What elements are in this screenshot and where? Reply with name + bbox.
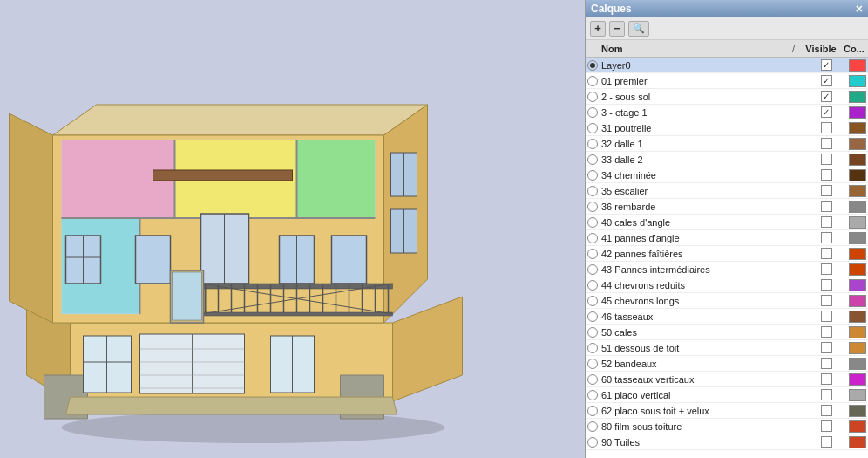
- layer-row[interactable]: 01 premier: [586, 73, 868, 89]
- visibility-checkbox[interactable]: [821, 311, 832, 322]
- layer-color-swatch[interactable]: [849, 263, 866, 276]
- visibility-checkbox[interactable]: [821, 326, 832, 338]
- layer-radio[interactable]: [587, 139, 598, 149]
- layer-radio[interactable]: [587, 437, 598, 448]
- layer-row[interactable]: 42 pannes faîtières: [586, 246, 868, 262]
- visibility-checkbox[interactable]: [821, 342, 832, 353]
- layer-row[interactable]: 32 dalle 1: [586, 136, 868, 152]
- layer-radio[interactable]: [587, 92, 598, 102]
- layer-color-swatch[interactable]: [849, 138, 866, 150]
- layer-radio[interactable]: [587, 280, 598, 291]
- layer-row[interactable]: 35 escalier: [586, 183, 868, 199]
- layer-radio[interactable]: [587, 264, 598, 275]
- layer-radio[interactable]: [587, 390, 598, 400]
- layer-color-swatch[interactable]: [849, 185, 866, 197]
- layer-radio[interactable]: [587, 359, 598, 369]
- layer-color-swatch[interactable]: [849, 420, 866, 433]
- layer-details-button[interactable]: 🔍: [628, 21, 649, 37]
- layer-row[interactable]: 52 bandeaux: [586, 356, 868, 372]
- visibility-checkbox[interactable]: [821, 263, 832, 275]
- layer-radio[interactable]: [587, 421, 598, 432]
- layer-color-swatch[interactable]: [849, 75, 866, 87]
- layer-radio[interactable]: [587, 406, 598, 416]
- add-layer-button[interactable]: +: [590, 21, 606, 37]
- visibility-checkbox[interactable]: [821, 216, 832, 228]
- visibility-checkbox[interactable]: [821, 59, 832, 71]
- visibility-checkbox[interactable]: [821, 75, 832, 86]
- layer-row[interactable]: 43 Pannes intermédiaires: [586, 262, 868, 277]
- layer-radio[interactable]: [587, 327, 598, 338]
- layer-color-swatch[interactable]: [849, 389, 866, 401]
- layer-radio[interactable]: [587, 154, 598, 165]
- layer-radio[interactable]: [587, 311, 598, 322]
- layer-color-swatch[interactable]: [849, 91, 866, 103]
- visibility-checkbox[interactable]: [821, 279, 832, 291]
- layer-radio[interactable]: [587, 60, 598, 71]
- layer-color-swatch[interactable]: [849, 295, 866, 307]
- layer-color-swatch[interactable]: [849, 201, 866, 213]
- visibility-checkbox[interactable]: [821, 201, 832, 212]
- layer-row[interactable]: 40 cales d'angle: [586, 215, 868, 230]
- layer-color-swatch[interactable]: [849, 405, 866, 417]
- visibility-checkbox[interactable]: [821, 122, 832, 133]
- layer-radio[interactable]: [587, 343, 598, 353]
- visibility-checkbox[interactable]: [821, 248, 832, 259]
- layer-row[interactable]: 2 - sous sol: [586, 89, 868, 105]
- remove-layer-button[interactable]: −: [609, 21, 625, 37]
- layer-radio[interactable]: [587, 170, 598, 181]
- visibility-checkbox[interactable]: [821, 295, 832, 306]
- visibility-checkbox[interactable]: [821, 232, 832, 243]
- layer-row[interactable]: 36 rembarde: [586, 199, 868, 215]
- layer-row[interactable]: 33 dalle 2: [586, 152, 868, 167]
- layer-color-swatch[interactable]: [849, 232, 866, 244]
- layer-row[interactable]: 44 chevrons reduits: [586, 277, 868, 293]
- visibility-checkbox[interactable]: [821, 420, 832, 432]
- visibility-checkbox[interactable]: [821, 405, 832, 416]
- layer-row[interactable]: 60 tasseaux verticaux: [586, 372, 868, 387]
- visibility-checkbox[interactable]: [821, 185, 832, 196]
- layer-color-swatch[interactable]: [849, 326, 866, 338]
- visibility-checkbox[interactable]: [821, 138, 832, 149]
- layer-color-swatch[interactable]: [849, 169, 866, 181]
- layer-color-swatch[interactable]: [849, 436, 866, 448]
- layer-color-swatch[interactable]: [849, 311, 866, 323]
- visibility-checkbox[interactable]: [821, 169, 832, 181]
- layer-radio[interactable]: [587, 76, 598, 86]
- layer-radio[interactable]: [587, 374, 598, 385]
- layer-color-swatch[interactable]: [849, 373, 866, 386]
- visibility-checkbox[interactable]: [821, 389, 832, 400]
- layer-row[interactable]: 51 dessous de toit: [586, 340, 868, 356]
- layer-row[interactable]: 46 tasseaux: [586, 309, 868, 325]
- layer-radio[interactable]: [587, 107, 598, 118]
- layer-radio[interactable]: [587, 217, 598, 228]
- layer-color-swatch[interactable]: [849, 154, 866, 166]
- close-icon[interactable]: ×: [856, 2, 863, 16]
- layer-radio[interactable]: [587, 123, 598, 133]
- 3d-viewport[interactable]: [0, 0, 585, 458]
- layer-color-swatch[interactable]: [849, 59, 866, 72]
- layer-color-swatch[interactable]: [849, 358, 866, 370]
- layer-row[interactable]: Layer0: [586, 58, 868, 73]
- visibility-checkbox[interactable]: [821, 91, 832, 102]
- layer-color-swatch[interactable]: [849, 106, 866, 119]
- layer-radio[interactable]: [587, 249, 598, 259]
- layer-color-swatch[interactable]: [849, 342, 866, 354]
- layer-color-swatch[interactable]: [849, 248, 866, 260]
- visibility-checkbox[interactable]: [821, 154, 832, 165]
- layer-radio[interactable]: [587, 186, 598, 196]
- visibility-checkbox[interactable]: [821, 373, 832, 385]
- layer-row[interactable]: 34 cheminée: [586, 167, 868, 183]
- layer-row[interactable]: 50 cales: [586, 325, 868, 340]
- layer-row[interactable]: 62 placo sous toit + velux: [586, 403, 868, 419]
- layer-radio[interactable]: [587, 296, 598, 306]
- layer-radio[interactable]: [587, 233, 598, 243]
- layer-row[interactable]: 3 - etage 1: [586, 105, 868, 120]
- layer-color-swatch[interactable]: [849, 216, 866, 229]
- visibility-checkbox[interactable]: [821, 436, 832, 448]
- layer-row[interactable]: 41 pannes d'angle: [586, 230, 868, 246]
- layer-row[interactable]: 31 poutrelle: [586, 120, 868, 136]
- layer-color-swatch[interactable]: [849, 279, 866, 291]
- layer-row[interactable]: 45 chevrons longs: [586, 293, 868, 309]
- layer-row[interactable]: 80 film sous toiture: [586, 419, 868, 434]
- visibility-checkbox[interactable]: [821, 358, 832, 369]
